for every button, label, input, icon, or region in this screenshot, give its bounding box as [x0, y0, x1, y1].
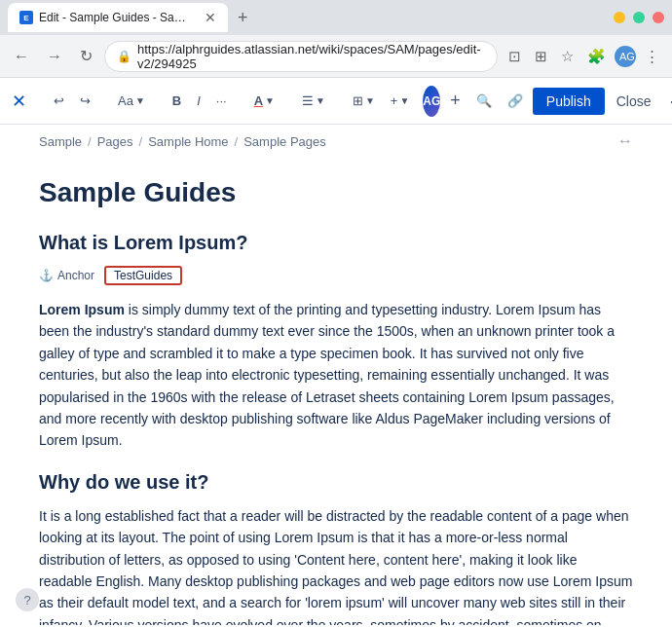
link-button[interactable]: 🔗 [502, 90, 529, 112]
url-text: https://alphrguides.atlassian.net/wiki/s… [137, 42, 485, 71]
tab-favicon: E [19, 11, 33, 24]
help-button[interactable]: ? [16, 588, 39, 611]
window-close-button[interactable] [653, 12, 664, 23]
italic-button[interactable]: I [191, 90, 206, 112]
forward-button[interactable]: → [41, 44, 68, 69]
breadcrumb-sample-home[interactable]: Sample Home [148, 134, 228, 149]
menu-button[interactable]: ⋮ [640, 44, 664, 69]
add-collaborator-icon: + [450, 91, 461, 111]
add-collaborator-button[interactable]: + [444, 87, 467, 115]
more-insert-button[interactable]: + ▼ [385, 90, 416, 112]
test-guides-label: TestGuides [114, 269, 172, 282]
link-icon: 🔗 [507, 93, 523, 108]
italic-icon: I [197, 93, 201, 108]
section-1-tags: ⚓ Anchor TestGuides [39, 266, 633, 285]
address-bar[interactable]: 🔒 https://alphrguides.atlassian.net/wiki… [104, 41, 498, 72]
page-title[interactable]: Sample Guides [39, 177, 633, 208]
window-controls [614, 12, 664, 23]
search-icon: 🔍 [476, 93, 492, 108]
breadcrumb-sample-pages[interactable]: Sample Pages [243, 134, 326, 149]
insert-chevron: ▼ [365, 95, 375, 106]
breadcrumb-pages[interactable]: Pages [97, 134, 133, 149]
breadcrumb-sample[interactable]: Sample [39, 134, 82, 149]
browser-navbar: ← → ↻ 🔒 https://alphrguides.atlassian.ne… [0, 35, 672, 78]
more-options-icon: ⋯ [669, 92, 672, 111]
tab-bar: E Edit - Sample Guides - Sample - ✕ + [8, 3, 610, 32]
tab-title: Edit - Sample Guides - Sample - [39, 11, 195, 24]
section-2-body[interactable]: It is a long established fact that a rea… [39, 505, 633, 625]
avatar-label: AG [423, 94, 440, 108]
test-guides-tag[interactable]: TestGuides [104, 266, 182, 285]
lock-icon: 🔒 [117, 50, 131, 63]
content-area: Sample Guides What is Lorem Ipsum? ⚓ Anc… [0, 158, 672, 625]
bullet-list-chevron: ▼ [316, 95, 325, 106]
extension-button[interactable]: 🧩 [582, 44, 611, 69]
confluence-toolbar: ✕ ↩ ↩ Aa ▼ B I ··· A ▼ ☰ ▼ ⊞ ▼ + ▼ AG + [0, 78, 672, 125]
bold-button[interactable]: B [167, 90, 187, 112]
anchor-label: Anchor [57, 269, 94, 282]
text-color-icon: A [254, 93, 263, 108]
more-insert-icon: + [391, 93, 398, 108]
bold-icon: B [172, 93, 181, 108]
close-editor-button[interactable]: Close [609, 88, 659, 115]
nav-icons: ⊡ ⊞ ☆ 🧩 AG ⋮ [504, 44, 664, 69]
publish-button[interactable]: Publish [533, 88, 605, 115]
bullet-list-button[interactable]: ☰ ▼ [296, 90, 331, 112]
redo-icon: ↩ [80, 93, 91, 108]
redo-button[interactable]: ↩ [74, 90, 96, 112]
active-tab[interactable]: E Edit - Sample Guides - Sample - ✕ [8, 3, 228, 32]
avatar-button[interactable]: AG [423, 86, 440, 117]
breadcrumb: Sample / Pages / Sample Home / Sample Pa… [0, 125, 672, 158]
undo-icon: ↩ [54, 93, 64, 108]
breadcrumb-sep-1: / [88, 134, 92, 149]
refresh-button[interactable]: ↻ [74, 43, 98, 69]
section-1-body-text: is simply dummy text of the printing and… [39, 302, 615, 448]
window-maximize-button[interactable] [633, 12, 645, 23]
text-style-button[interactable]: Aa ▼ [112, 90, 151, 112]
search-button[interactable]: 🔍 [470, 90, 498, 112]
more-options-button[interactable]: ⋯ [663, 87, 672, 116]
more-text-icon: ··· [216, 93, 227, 108]
insert-button[interactable]: ⊞ ▼ [347, 90, 381, 112]
anchor-tag[interactable]: ⚓ Anchor [39, 269, 94, 282]
undo-button[interactable]: ↩ [48, 90, 70, 112]
more-insert-chevron: ▼ [399, 95, 409, 106]
expand-button[interactable]: ↔ [617, 132, 633, 150]
browser-titlebar: E Edit - Sample Guides - Sample - ✕ + [0, 0, 672, 35]
section-1-body[interactable]: Lorem Ipsum is simply dummy text of the … [39, 299, 633, 452]
text-color-button[interactable]: A ▼ [248, 90, 280, 112]
breadcrumb-sep-3: / [235, 134, 239, 149]
window-minimize-button[interactable] [614, 12, 625, 23]
text-style-label: Aa [118, 93, 133, 108]
new-tab-button[interactable]: + [232, 6, 254, 30]
cast-button[interactable]: ⊡ [504, 44, 526, 69]
section-2-heading[interactable]: Why do we use it? [39, 471, 633, 494]
lorem-ipsum-bold: Lorem Ipsum [39, 302, 125, 317]
breadcrumb-sep-2: / [139, 134, 143, 149]
text-color-chevron: ▼ [265, 95, 275, 106]
text-style-chevron: ▼ [135, 95, 145, 106]
bookmark-button[interactable]: ☆ [556, 44, 579, 69]
profile-button[interactable]: AG [615, 46, 636, 67]
tab-search-button[interactable]: ⊞ [530, 44, 552, 69]
bullet-list-icon: ☰ [302, 93, 314, 108]
section-1-heading[interactable]: What is Lorem Ipsum? [39, 232, 633, 254]
more-text-button[interactable]: ··· [210, 90, 233, 112]
confluence-logo: ✕ [12, 91, 26, 112]
anchor-icon: ⚓ [39, 269, 54, 282]
insert-icon: ⊞ [353, 93, 363, 108]
section-1-heading-block: What is Lorem Ipsum? [39, 232, 633, 254]
back-button[interactable]: ← [8, 44, 35, 69]
section-2-heading-block: Why do we use it? [39, 471, 633, 494]
tab-close-button[interactable]: ✕ [205, 10, 216, 25]
